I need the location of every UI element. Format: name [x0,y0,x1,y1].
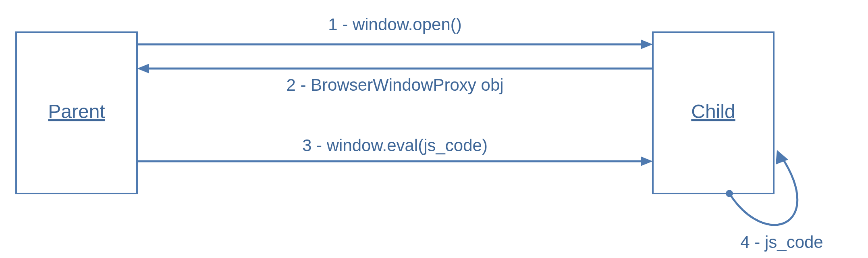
edge-1: 1 - window.open() [137,15,653,49]
svg-marker-5 [137,64,149,73]
edge-2-label: 2 - BrowserWindowProxy obj [286,75,503,94]
diagram-canvas: Parent Child 1 - window.open() 2 - Brows… [0,0,868,258]
svg-point-8 [726,190,733,197]
edge-4-label: 4 - js_code [740,233,823,252]
svg-marker-3 [641,40,653,49]
child-label: Child [691,101,735,122]
edge-3: 3 - window.eval(js_code) [137,136,653,166]
edge-2: 2 - BrowserWindowProxy obj [137,64,653,94]
svg-marker-7 [641,156,653,166]
child-node: Child [653,32,774,194]
edge-1-label: 1 - window.open() [328,15,462,34]
svg-marker-9 [776,150,788,164]
parent-node: Parent [16,32,137,194]
edge-3-label: 3 - window.eval(js_code) [302,136,488,155]
parent-label: Parent [48,101,105,122]
